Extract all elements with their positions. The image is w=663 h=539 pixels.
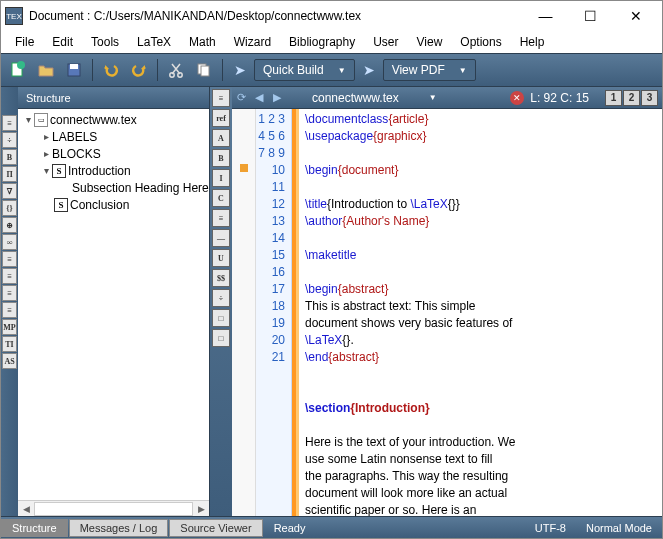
tab-close-icon[interactable]: ✕ (510, 91, 524, 105)
editor-tool-button[interactable]: ref (212, 109, 230, 127)
tree-item[interactable]: ▸BLOCKS (18, 145, 209, 162)
editor-area: ⟳ ◀ ▶ connectwww.tex▼ ✕ L: 92 C: 15 123 … (232, 87, 662, 516)
tree-section[interactable]: ▾SIntroduction (18, 162, 209, 179)
symbol-button[interactable]: ∇ (2, 183, 17, 199)
structure-panel: Structure ▾▭connectwww.tex ▸LABELS ▸BLOC… (18, 87, 210, 516)
pane-button-1[interactable]: 1 (605, 90, 622, 106)
menu-options[interactable]: Options (452, 33, 509, 51)
save-button[interactable] (61, 57, 87, 83)
status-bar: Structure Messages / Log Source Viewer R… (1, 516, 662, 538)
status-mode: Normal Mode (576, 522, 662, 534)
menu-math[interactable]: Math (181, 33, 224, 51)
bottom-tab-messages[interactable]: Messages / Log (69, 519, 169, 537)
cut-button[interactable] (163, 57, 189, 83)
editor-tool-button[interactable]: B (212, 149, 230, 167)
editor-tool-button[interactable]: □ (212, 329, 230, 347)
structure-tree[interactable]: ▾▭connectwww.tex ▸LABELS ▸BLOCKS ▾SIntro… (18, 109, 209, 500)
symbol-button[interactable]: ≡ (2, 251, 17, 267)
tree-subsection[interactable]: Subsection Heading Here (18, 179, 209, 196)
menu-tools[interactable]: Tools (83, 33, 127, 51)
symbol-button[interactable]: B (2, 149, 17, 165)
status-encoding: UTF-8 (525, 522, 576, 534)
title-bar: TEX Document : C:/Users/MANIKANDAN/Deskt… (1, 1, 662, 31)
svg-point-5 (178, 73, 182, 77)
menu-view[interactable]: View (409, 33, 451, 51)
copy-button[interactable] (191, 57, 217, 83)
bottom-tab-source[interactable]: Source Viewer (169, 519, 262, 537)
minimize-button[interactable]: — (523, 2, 568, 30)
main-toolbar: ➤ Quick Build▼ ➤ View PDF▼ (1, 53, 662, 87)
symbol-button[interactable]: ≡ (2, 268, 17, 284)
pane-button-2[interactable]: 2 (623, 90, 640, 106)
editor-tool-button[interactable]: ÷ (212, 289, 230, 307)
window-title: Document : C:/Users/MANIKANDAN/Desktop/c… (29, 9, 523, 23)
symbol-button[interactable]: ÷ (2, 132, 17, 148)
editor-tool-button[interactable]: C (212, 189, 230, 207)
open-file-button[interactable] (33, 57, 59, 83)
close-button[interactable]: ✕ (613, 2, 658, 30)
editor-tool-button[interactable]: — (212, 229, 230, 247)
svg-point-1 (17, 61, 25, 69)
symbol-button[interactable]: ≡ (2, 115, 17, 131)
structure-header: Structure (18, 87, 209, 109)
code-editor[interactable]: 1 2 3 4 5 6 7 8 9 10 11 12 13 14 15 16 1… (232, 109, 662, 516)
structure-scrollbar[interactable]: ◀▶ (18, 500, 209, 516)
status-ready: Ready (264, 522, 316, 534)
symbol-button[interactable]: ∞ (2, 234, 17, 250)
bottom-tab-structure[interactable]: Structure (1, 519, 68, 537)
fold-marker-icon[interactable] (240, 164, 248, 172)
editor-tool-button[interactable]: I (212, 169, 230, 187)
menu-latex[interactable]: LaTeX (129, 33, 179, 51)
tree-item[interactable]: ▸LABELS (18, 128, 209, 145)
code-text[interactable]: \documentclass{article} \usepackage{grap… (299, 109, 662, 516)
menu-user[interactable]: User (365, 33, 406, 51)
symbol-button[interactable]: MP (2, 319, 17, 335)
symbol-button[interactable]: {} (2, 200, 17, 216)
editor-tool-button[interactable]: ≡ (212, 89, 230, 107)
next-tab-icon[interactable]: ▶ (268, 91, 286, 104)
line-numbers: 1 2 3 4 5 6 7 8 9 10 11 12 13 14 15 16 1… (256, 109, 292, 516)
menu-bibliography[interactable]: Bibliography (281, 33, 363, 51)
editor-tool-button[interactable]: ≡ (212, 209, 230, 227)
prev-tab-icon[interactable]: ◀ (250, 91, 268, 104)
menu-wizard[interactable]: Wizard (226, 33, 279, 51)
symbol-button[interactable]: ≡ (2, 302, 17, 318)
file-tab[interactable]: connectwww.tex▼ (304, 91, 449, 105)
refresh-icon[interactable]: ⟳ (232, 91, 250, 104)
pane-button-3[interactable]: 3 (641, 90, 658, 106)
svg-rect-7 (201, 66, 209, 76)
svg-point-4 (170, 73, 174, 77)
symbol-button[interactable]: ⊕ (2, 217, 17, 233)
editor-tool-button[interactable]: A (212, 129, 230, 147)
redo-button[interactable] (126, 57, 152, 83)
editor-tab-bar: ⟳ ◀ ▶ connectwww.tex▼ ✕ L: 92 C: 15 123 (232, 87, 662, 109)
editor-symbol-bar: ≡refABIC≡—U$$÷□□ (210, 87, 232, 516)
symbol-button[interactable]: TI (2, 336, 17, 352)
view-arrow-icon[interactable]: ➤ (357, 58, 381, 82)
new-file-button[interactable] (5, 57, 31, 83)
tree-root[interactable]: ▾▭connectwww.tex (18, 111, 209, 128)
symbol-button[interactable]: ≡ (2, 285, 17, 301)
menu-edit[interactable]: Edit (44, 33, 81, 51)
svg-rect-3 (70, 64, 78, 69)
viewpdf-combo[interactable]: View PDF▼ (383, 59, 476, 81)
undo-button[interactable] (98, 57, 124, 83)
editor-tool-button[interactable]: □ (212, 309, 230, 327)
editor-tool-button[interactable]: U (212, 249, 230, 267)
cursor-position: L: 92 C: 15 (530, 91, 589, 105)
menu-help[interactable]: Help (512, 33, 553, 51)
tree-section[interactable]: SConclusion (18, 196, 209, 213)
run-arrow-icon[interactable]: ➤ (228, 58, 252, 82)
app-logo-icon: TEX (5, 7, 23, 25)
menu-file[interactable]: File (7, 33, 42, 51)
left-symbol-bar: ≡÷BΠ∇{}⊕∞≡≡≡≡MPTIAS (1, 87, 18, 516)
menu-bar: FileEditToolsLaTeXMathWizardBibliography… (1, 31, 662, 53)
quickbuild-combo[interactable]: Quick Build▼ (254, 59, 355, 81)
symbol-button[interactable]: Π (2, 166, 17, 182)
symbol-button[interactable]: AS (2, 353, 17, 369)
maximize-button[interactable]: ☐ (568, 2, 613, 30)
editor-tool-button[interactable]: $$ (212, 269, 230, 287)
